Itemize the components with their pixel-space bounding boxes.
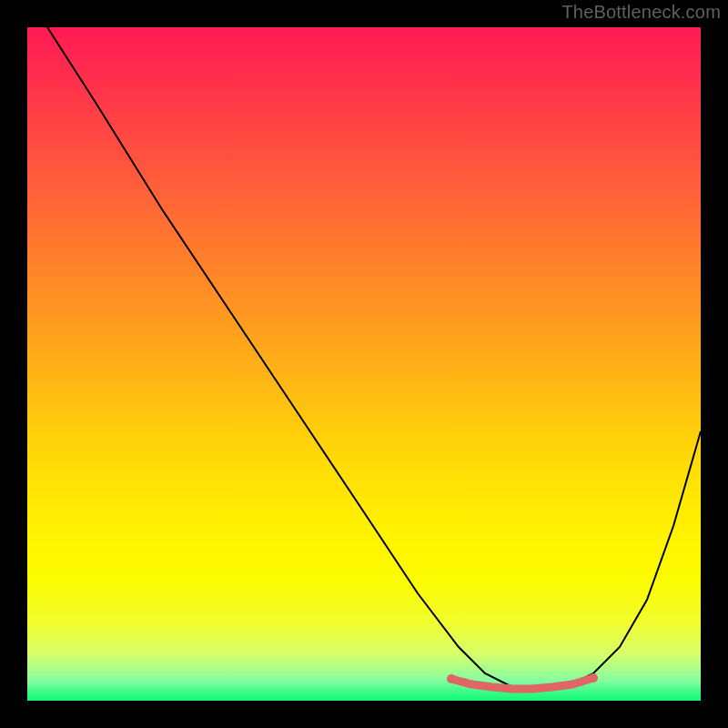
watermark-text: TheBottleneck.com xyxy=(561,2,721,23)
optimal-range-marker xyxy=(451,678,593,689)
plot-area xyxy=(27,27,701,701)
optimal-marker-dot-left xyxy=(447,674,456,683)
chart-container: TheBottleneck.com xyxy=(0,0,728,728)
bottleneck-curve xyxy=(47,27,701,688)
optimal-marker-dot-right xyxy=(589,673,598,682)
curve-overlay xyxy=(27,27,701,701)
